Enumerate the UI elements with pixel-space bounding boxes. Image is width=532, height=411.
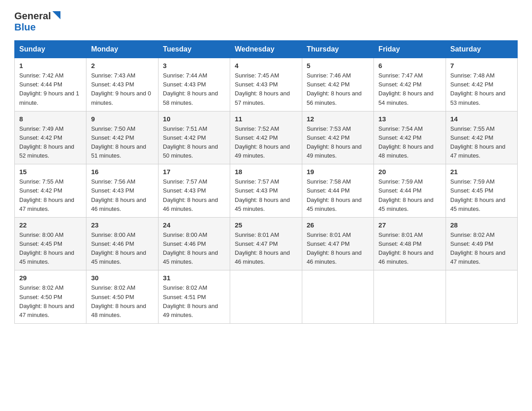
calendar-week-row: 8Sunrise: 7:49 AMSunset: 4:42 PMDaylight… [15,111,518,164]
calendar-cell: 30Sunrise: 8:02 AMSunset: 4:50 PMDayligh… [86,270,158,324]
day-info: Sunrise: 7:55 AMSunset: 4:42 PMDaylight:… [19,177,82,214]
calendar-cell: 31Sunrise: 8:02 AMSunset: 4:51 PMDayligh… [158,270,230,324]
day-info: Sunrise: 7:59 AMSunset: 4:45 PMDaylight:… [450,177,513,214]
day-number: 5 [307,62,369,69]
day-info: Sunrise: 7:57 AMSunset: 4:43 PMDaylight:… [163,177,225,214]
day-info: Sunrise: 7:53 AMSunset: 4:42 PMDaylight:… [307,124,369,161]
day-number: 18 [235,168,297,176]
day-info: Sunrise: 7:50 AMSunset: 4:42 PMDaylight:… [91,124,153,161]
day-number: 22 [19,221,82,229]
calendar-cell: 28Sunrise: 8:02 AMSunset: 4:49 PMDayligh… [446,217,517,270]
calendar-cell: 12Sunrise: 7:53 AMSunset: 4:42 PMDayligh… [302,111,373,164]
day-number: 21 [450,168,513,176]
calendar-table: SundayMondayTuesdayWednesdayThursdayFrid… [14,40,518,324]
day-number: 9 [91,115,153,123]
calendar-cell: 24Sunrise: 8:00 AMSunset: 4:46 PMDayligh… [158,217,230,270]
col-header-sunday: Sunday [15,41,86,58]
calendar-cell: 17Sunrise: 7:57 AMSunset: 4:43 PMDayligh… [158,164,230,218]
calendar-week-row: 29Sunrise: 8:02 AMSunset: 4:50 PMDayligh… [15,270,518,324]
calendar-cell [374,270,446,324]
day-info: Sunrise: 7:54 AMSunset: 4:42 PMDaylight:… [378,124,441,161]
calendar-cell: 21Sunrise: 7:59 AMSunset: 4:45 PMDayligh… [446,164,517,218]
calendar-cell: 3Sunrise: 7:44 AMSunset: 4:43 PMDaylight… [158,58,230,111]
day-number: 30 [91,274,153,282]
calendar-cell: 5Sunrise: 7:46 AMSunset: 4:42 PMDaylight… [302,58,373,111]
day-number: 23 [91,221,153,229]
col-header-thursday: Thursday [302,41,373,58]
day-number: 20 [378,168,441,176]
day-number: 8 [19,115,82,123]
day-info: Sunrise: 8:00 AMSunset: 4:45 PMDaylight:… [19,231,82,267]
col-header-tuesday: Tuesday [158,41,230,58]
day-number: 16 [91,168,153,176]
day-info: Sunrise: 8:02 AMSunset: 4:50 PMDaylight:… [91,283,153,320]
calendar-cell [230,270,302,324]
day-number: 6 [378,62,441,69]
col-header-saturday: Saturday [446,41,517,58]
calendar-cell: 6Sunrise: 7:47 AMSunset: 4:42 PMDaylight… [374,58,446,111]
calendar-cell: 2Sunrise: 7:43 AMSunset: 4:43 PMDaylight… [86,58,158,111]
day-number: 2 [91,62,153,69]
day-number: 7 [450,62,513,69]
calendar-cell: 18Sunrise: 7:57 AMSunset: 4:43 PMDayligh… [230,164,302,218]
calendar-week-row: 22Sunrise: 8:00 AMSunset: 4:45 PMDayligh… [15,217,518,270]
day-info: Sunrise: 8:02 AMSunset: 4:50 PMDaylight:… [19,283,82,320]
day-info: Sunrise: 7:56 AMSunset: 4:43 PMDaylight:… [91,177,153,214]
calendar-cell: 11Sunrise: 7:52 AMSunset: 4:42 PMDayligh… [230,111,302,164]
calendar-cell: 27Sunrise: 8:01 AMSunset: 4:48 PMDayligh… [374,217,446,270]
day-info: Sunrise: 7:58 AMSunset: 4:44 PMDaylight:… [307,177,369,214]
calendar-cell: 10Sunrise: 7:51 AMSunset: 4:42 PMDayligh… [158,111,230,164]
day-info: Sunrise: 7:43 AMSunset: 4:43 PMDaylight:… [91,71,153,107]
day-number: 25 [235,221,297,229]
day-number: 4 [235,62,297,69]
calendar-cell: 4Sunrise: 7:45 AMSunset: 4:43 PMDaylight… [230,58,302,111]
logo-text-general: General [14,11,51,21]
day-info: Sunrise: 8:01 AMSunset: 4:47 PMDaylight:… [307,231,369,267]
day-info: Sunrise: 7:55 AMSunset: 4:42 PMDaylight:… [450,124,513,161]
day-number: 10 [163,115,225,123]
calendar-cell: 16Sunrise: 7:56 AMSunset: 4:43 PMDayligh… [86,164,158,218]
calendar-cell: 14Sunrise: 7:55 AMSunset: 4:42 PMDayligh… [446,111,517,164]
calendar-cell [446,270,517,324]
calendar-cell: 23Sunrise: 8:00 AMSunset: 4:46 PMDayligh… [86,217,158,270]
day-info: Sunrise: 7:44 AMSunset: 4:43 PMDaylight:… [163,71,225,107]
day-info: Sunrise: 7:46 AMSunset: 4:42 PMDaylight:… [307,71,369,107]
day-number: 27 [378,221,441,229]
calendar-cell: 26Sunrise: 8:01 AMSunset: 4:47 PMDayligh… [302,217,373,270]
day-info: Sunrise: 7:48 AMSunset: 4:42 PMDaylight:… [450,71,513,107]
day-number: 19 [307,168,369,176]
calendar-cell: 29Sunrise: 8:02 AMSunset: 4:50 PMDayligh… [15,270,86,324]
calendar-cell: 1Sunrise: 7:42 AMSunset: 4:44 PMDaylight… [15,58,86,111]
day-info: Sunrise: 7:47 AMSunset: 4:42 PMDaylight:… [378,71,441,107]
day-number: 11 [235,115,297,123]
day-info: Sunrise: 7:49 AMSunset: 4:42 PMDaylight:… [19,124,82,161]
day-number: 31 [163,274,225,282]
day-info: Sunrise: 8:01 AMSunset: 4:48 PMDaylight:… [378,231,441,267]
logo-text-blue: Blue [14,21,36,33]
day-number: 29 [19,274,82,282]
calendar-cell: 7Sunrise: 7:48 AMSunset: 4:42 PMDaylight… [446,58,517,111]
day-info: Sunrise: 8:00 AMSunset: 4:46 PMDaylight:… [91,231,153,267]
day-info: Sunrise: 7:45 AMSunset: 4:43 PMDaylight:… [235,71,297,107]
calendar-cell: 22Sunrise: 8:00 AMSunset: 4:45 PMDayligh… [15,217,86,270]
col-header-wednesday: Wednesday [230,41,302,58]
day-number: 24 [163,221,225,229]
day-number: 1 [19,62,82,69]
day-info: Sunrise: 8:02 AMSunset: 4:51 PMDaylight:… [163,283,225,320]
day-number: 14 [450,115,513,123]
day-info: Sunrise: 7:42 AMSunset: 4:44 PMDaylight:… [19,71,82,107]
day-info: Sunrise: 7:52 AMSunset: 4:42 PMDaylight:… [235,124,297,161]
calendar-header-row: SundayMondayTuesdayWednesdayThursdayFrid… [15,41,518,58]
day-number: 3 [163,62,225,69]
day-info: Sunrise: 7:57 AMSunset: 4:43 PMDaylight:… [235,177,297,214]
day-number: 13 [378,115,441,123]
day-info: Sunrise: 7:51 AMSunset: 4:42 PMDaylight:… [163,124,225,161]
day-number: 28 [450,221,513,229]
svg-marker-0 [52,11,60,19]
day-number: 26 [307,221,369,229]
day-number: 12 [307,115,369,123]
calendar-cell: 9Sunrise: 7:50 AMSunset: 4:42 PMDaylight… [86,111,158,164]
calendar-cell: 15Sunrise: 7:55 AMSunset: 4:42 PMDayligh… [15,164,86,218]
day-number: 17 [163,168,225,176]
day-number: 15 [19,168,82,176]
